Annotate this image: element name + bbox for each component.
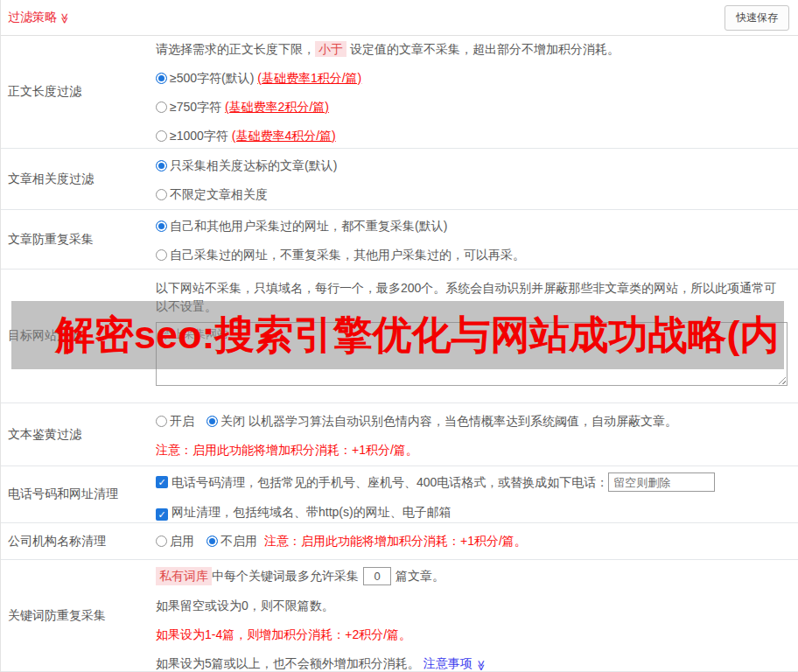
checkbox-phone-clean[interactable]: ✓: [156, 476, 168, 488]
row-content: 自己和其他用户采集过的网址，都不重复采集(默认) 自己采集过的网址，不重复采集，…: [156, 210, 798, 269]
less-than-badge: 小于: [315, 41, 346, 57]
row-content: ✓电话号码清理，包括常见的手机号、座机号、400电话格式，或替换成如下电话： ✓…: [156, 466, 798, 522]
radio-company-off[interactable]: [206, 536, 218, 547]
intro-text-post: 设定值的文章不采集，超出部分不增加积分消耗。: [346, 42, 620, 56]
filter-strategy-page: 过滤策略≫ 快速保存 正文长度过滤 请选择需求的正文长度下限，小于 设定值的文章…: [0, 0, 798, 672]
row-porn-filter: 文本鉴黄过滤 开启关闭 以机器学习算法自动识别色情内容，当色情概率达到系统阈值，…: [1, 403, 798, 466]
phone-clean-label: 电话号码清理，包括常见的手机号、座机号、400电话格式，或替换成如下电话：: [172, 474, 608, 491]
porn-filter-options: 开启关闭 以机器学习算法自动识别色情内容，当色情概率达到系统阈值，自动屏蔽文章。: [156, 414, 793, 430]
option-dedup-all-users: 自己和其他用户采集过的网址，都不重复采集(默认): [156, 219, 793, 234]
radio-relevance-strict[interactable]: [156, 160, 167, 172]
option-label-off: 不启用: [220, 534, 257, 550]
keyword-limit-text: 中每个关键词最多允许采集: [212, 568, 359, 584]
keyword-limit-text-end: 篇文章。: [396, 568, 444, 584]
checkbox-url-clean[interactable]: ✓: [156, 508, 168, 521]
option-relevance-any: 不限定文章相关度: [156, 186, 793, 203]
notes-link-label: 注意事项: [424, 656, 472, 670]
radio-relevance-any[interactable]: [156, 189, 167, 200]
keyword-note-five-plus: 如果设为5篇或以上，也不会额外增加积分消耗。 注意事项≫: [156, 655, 793, 672]
option-label: 自己和其他用户采集过的网址，都不重复采集(默认): [170, 219, 447, 233]
radio-dedup-self-only[interactable]: [156, 249, 167, 261]
chevron-double-down-icon[interactable]: ≫: [59, 13, 71, 24]
top-bar: 过滤策略≫ 快速保存: [1, 0, 798, 36]
body-length-intro: 请选择需求的正文长度下限，小于 设定值的文章不采集，超出部分不增加积分消耗。: [156, 42, 793, 58]
option-fee: (基础费率1积分/篇): [257, 71, 361, 85]
row-content: 请选择需求的正文长度下限，小于 设定值的文章不采集，超出部分不增加积分消耗。 ≥…: [156, 36, 798, 148]
keyword-note-cost: 如果设为1-4篇，则增加积分消耗：+2积分/篇。: [156, 626, 793, 643]
option-relevance-strict: 只采集相关度达标的文章(默认): [156, 158, 793, 174]
watermark-overlay-banner: 解密seo:搜索引擎优化与网站成功战略(内: [11, 301, 784, 369]
radio-porn-on[interactable]: [156, 416, 167, 427]
row-body-length-filter: 正文长度过滤 请选择需求的正文长度下限，小于 设定值的文章不采集，超出部分不增加…: [1, 36, 798, 149]
url-clean-line: ✓网址清理，包括纯域名、带http(s)的网址、电子邮箱: [156, 504, 793, 521]
option-label-off: 关闭: [220, 414, 245, 428]
row-content: 只采集相关度达标的文章(默认) 不限定文章相关度: [156, 149, 798, 209]
option-1000-chars: ≥1000字符 (基础费率4积分/篇): [156, 128, 793, 144]
porn-filter-description: 以机器学习算法自动识别色情内容，当色情概率达到系统阈值，自动屏蔽文章。: [248, 414, 677, 428]
five-plus-text: 如果设为5篇或以上，也不会额外增加积分消耗。: [156, 656, 424, 670]
quick-save-button[interactable]: 快速保存: [724, 5, 789, 31]
row-content: 私有词库 中每个关键词最多允许采集 篇文章。 如果留空或设为0，则不限篇数。 如…: [156, 560, 798, 671]
option-fee: (基础费率4积分/篇): [232, 129, 336, 143]
page-title: 过滤策略: [8, 10, 57, 24]
row-duplicate-filter: 文章防重复采集 自己和其他用户采集过的网址，都不重复采集(默认) 自己采集过的网…: [1, 210, 798, 270]
option-label: ≥1000字符: [170, 129, 232, 143]
row-company-clean: 公司机构名称清理 启用不启用 注意：启用此功能将增加积分消耗：+1积分/篇。: [1, 523, 798, 560]
company-clean-cost-note: 注意：启用此功能将增加积分消耗：+1积分/篇。: [264, 534, 527, 550]
row-label: 电话号码和网址清理: [1, 466, 156, 522]
option-label: ≥750字符: [170, 100, 225, 114]
option-500-chars: ≥500字符(默认) (基础费率1积分/篇): [156, 70, 793, 87]
row-label: 关键词防重复采集: [1, 560, 156, 671]
option-label: 自己采集过的网址，不重复采集，其他用户采集过的，可以再采。: [170, 248, 525, 262]
row-label: 文章相关度过滤: [1, 149, 156, 209]
option-label-on: 启用: [170, 534, 194, 550]
option-fee: (基础费率2积分/篇): [225, 100, 329, 114]
row-relevance-filter: 文章相关度过滤 只采集相关度达标的文章(默认) 不限定文章相关度: [1, 149, 798, 210]
row-content: 启用不启用 注意：启用此功能将增加积分消耗：+1积分/篇。: [156, 523, 798, 559]
overlay-banner-text: 解密seo:搜索引擎优化与网站成功战略(内: [11, 309, 780, 361]
option-label: 只采集相关度达标的文章(默认): [170, 158, 337, 172]
row-label: 公司机构名称清理: [1, 523, 156, 559]
url-clean-label: 网址清理，包括纯域名、带http(s)的网址、电子邮箱: [172, 505, 452, 519]
radio-750-chars[interactable]: [156, 102, 167, 113]
row-label: 正文长度过滤: [1, 36, 156, 148]
notes-link[interactable]: 注意事项≫: [424, 656, 486, 670]
radio-porn-off[interactable]: [206, 416, 218, 427]
radio-dedup-all-users[interactable]: [156, 220, 167, 232]
option-dedup-self-only: 自己采集过的网址，不重复采集，其他用户采集过的，可以再采。: [156, 247, 793, 263]
option-label: 不限定文章相关度: [170, 187, 268, 201]
chevron-double-down-icon: ≫: [472, 660, 488, 671]
keyword-note-unlimited: 如果留空或设为0，则不限篇数。: [156, 598, 793, 614]
porn-filter-cost-note: 注意：启用此功能将增加积分消耗：+1积分/篇。: [156, 442, 793, 458]
option-750-chars: ≥750字符 (基础费率2积分/篇): [156, 99, 793, 116]
option-label-on: 开启: [170, 414, 194, 428]
row-label: 文章防重复采集: [1, 210, 156, 269]
radio-1000-chars[interactable]: [156, 130, 167, 142]
intro-text-pre: 请选择需求的正文长度下限，: [156, 42, 315, 56]
radio-company-on[interactable]: [156, 536, 167, 547]
phone-clean-line: ✓电话号码清理，包括常见的手机号、座机号、400电话格式，或替换成如下电话：: [156, 472, 793, 492]
row-phone-url-clean: 电话号码和网址清理 ✓电话号码清理，包括常见的手机号、座机号、400电话格式，或…: [1, 466, 798, 523]
keyword-limit-line: 私有词库 中每个关键词最多允许采集 篇文章。: [156, 567, 793, 585]
private-lexicon-badge: 私有词库: [156, 567, 212, 585]
page-title-group: 过滤策略≫: [8, 10, 71, 25]
radio-500-chars[interactable]: [156, 73, 167, 84]
row-label: 文本鉴黄过滤: [1, 403, 156, 466]
option-label: ≥500字符(默认): [170, 71, 257, 85]
row-content: 开启关闭 以机器学习算法自动识别色情内容，当色情概率达到系统阈值，自动屏蔽文章。…: [156, 403, 798, 466]
row-keyword-dedup: 关键词防重复采集 私有词库 中每个关键词最多允许采集 篇文章。 如果留空或设为0…: [1, 560, 798, 672]
replacement-phone-input[interactable]: [608, 472, 715, 492]
max-articles-input[interactable]: [363, 567, 391, 585]
